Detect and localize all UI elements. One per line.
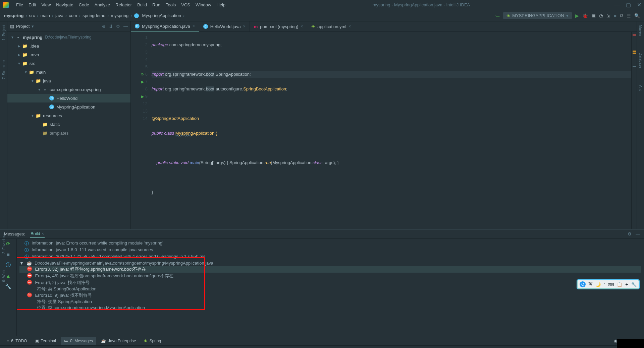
menu-view[interactable]: View (39, 1, 53, 9)
menu-help[interactable]: Help (214, 1, 228, 9)
menu-window[interactable]: Window (193, 1, 214, 9)
tree-helloworld[interactable]: C HelloWorld (7, 94, 130, 102)
git-icon[interactable]: ⧉ (620, 13, 623, 18)
ime-settings-icon[interactable]: 🔧 (631, 282, 637, 287)
bc-src[interactable]: src (29, 13, 35, 18)
search-icon[interactable]: 🔍 (634, 13, 640, 18)
bottom-messages[interactable]: ≔ 0: Messages (61, 337, 96, 345)
tool-icon[interactable]: 🔧 (5, 283, 11, 289)
run-config-label: MYSPRINGAPPLICATION (512, 13, 564, 18)
tab-close-icon[interactable]: × (301, 24, 303, 29)
bottom-java-enterprise[interactable]: ☕ Java Enterprise (98, 337, 139, 345)
tree-root[interactable]: ▼▪ myspring D:\code\javaFile\myspring (7, 33, 130, 42)
rail-project[interactable]: 1: Project (2, 25, 6, 40)
debug-icon[interactable]: 🐞 (582, 13, 588, 18)
tree-mvn[interactable]: ▶📁 .mvn (7, 50, 130, 59)
run-gutter-icon[interactable]: ▶ (141, 78, 144, 85)
menu-file[interactable]: File (13, 1, 26, 9)
menu-refactor[interactable]: Refactor (113, 1, 135, 9)
menu-build[interactable]: Build (135, 1, 150, 9)
bc-java[interactable]: java (55, 13, 63, 18)
tab-close-icon[interactable]: × (348, 24, 351, 29)
rail-database[interactable]: Database (639, 53, 643, 68)
coverage-icon[interactable]: ▣ (591, 13, 596, 18)
window-title: myspring - MyspringApplication.java - In… (228, 2, 614, 7)
tree-package[interactable]: ▼▫ com.springdemo.myspring (7, 85, 130, 94)
bc-myspring[interactable]: myspring (4, 13, 24, 18)
bc-main[interactable]: main (41, 13, 50, 18)
left-tool-rail: 1: Project 7: Structure (0, 21, 7, 229)
rail-structure[interactable]: 7: Structure (2, 60, 6, 79)
bc-springdemo[interactable]: springdemo (83, 13, 105, 18)
project-view-select[interactable]: ▤ Project ▾ (10, 24, 34, 29)
ime-clipboard-icon[interactable]: 📋 (617, 282, 622, 287)
bottom-spring[interactable]: ❀ Spring (141, 337, 164, 345)
project-icon: ▤ (10, 24, 14, 29)
ime-toolbar[interactable]: Q 英 🌙 " ⌨ 📋 ✦ 🔧 (577, 280, 639, 289)
tree-src[interactable]: ▼📁 src (7, 59, 130, 68)
menu-code[interactable]: Code (76, 1, 92, 9)
bc-pkg[interactable]: myspring (111, 13, 128, 18)
menu-vcs[interactable]: VCS (178, 1, 193, 9)
bc-class[interactable]: MyspringApplication (142, 13, 181, 18)
ime-skin-icon[interactable]: ✦ (625, 282, 629, 287)
profile-icon[interactable]: ◔ (599, 13, 603, 18)
menu-edit[interactable]: Edit (26, 1, 39, 9)
ime-moon-icon[interactable]: 🌙 (595, 282, 601, 287)
rail-web[interactable]: 9: Web (2, 270, 6, 282)
tab-close-icon[interactable]: × (243, 24, 246, 29)
tab-helloworld[interactable]: C HelloWorld.java × (199, 21, 250, 31)
run-gutter-icon[interactable]: ▶ (141, 93, 144, 100)
tab-myspring-app[interactable]: C MyspringApplication.java × (131, 21, 199, 31)
bottom-terminal[interactable]: ▣ Terminal (32, 337, 59, 345)
editor-error-stripe[interactable] (631, 32, 637, 229)
rail-maven[interactable]: Maven (639, 25, 643, 36)
code-editor[interactable]: 1 2 3 4 5 ⟳6 ▶7 8 ▶9 12 13 14 package co… (131, 32, 637, 229)
tab-pom[interactable]: m pom.xml (myspring) × (250, 21, 308, 31)
chevron-down-icon: ▾ (566, 13, 569, 18)
maximize-icon[interactable]: ▢ (626, 2, 631, 8)
stop-icon[interactable]: ■ (614, 13, 616, 18)
attach-icon[interactable]: ⇲ (606, 13, 610, 18)
tree-idea[interactable]: ▶📁 .idea (7, 42, 130, 50)
yaml-icon: ❀ (311, 24, 315, 29)
rail-ant[interactable]: Ant (639, 85, 643, 91)
code-content[interactable]: package com.springdemo.myspring; import … (150, 32, 631, 229)
bottom-tool-tabs: ≡ 6: TODO ▣ Terminal ≔ 0: Messages ☕ Jav… (0, 336, 644, 345)
line-gutter: 1 2 3 4 5 ⟳6 ▶7 8 ▶9 12 13 14 (131, 32, 150, 229)
menu-navigate[interactable]: Navigate (53, 1, 76, 9)
ime-language[interactable]: 英 (588, 281, 593, 287)
build-icon[interactable]: ⮑ (495, 13, 500, 18)
bottom-todo[interactable]: ≡ 6: TODO (3, 337, 31, 345)
minimize-panel-icon[interactable]: — (636, 231, 640, 236)
menu-tools[interactable]: Tools (163, 1, 178, 9)
bc-com[interactable]: com (69, 13, 77, 18)
tree-templates[interactable]: 📁 templates (7, 129, 130, 137)
tree-static[interactable]: 📁 static (7, 120, 130, 129)
messages-tab-build[interactable]: Build × (30, 230, 45, 238)
structure-icon[interactable]: ☰ (627, 13, 631, 18)
tree-main[interactable]: ▼📁 main (7, 68, 130, 76)
run-config-select[interactable]: ❀ MYSPRINGAPPLICATION ▾ (503, 12, 572, 19)
menu-analyze[interactable]: Analyze (92, 1, 113, 9)
gear-icon[interactable]: ⚙ (116, 24, 120, 29)
target-icon[interactable]: ⊕ (102, 24, 106, 29)
tree-java[interactable]: ▼📁 java (7, 76, 130, 85)
close-icon[interactable]: ✕ (637, 2, 641, 8)
gear-icon[interactable]: ⚙ (628, 231, 632, 236)
minimize-panel-icon[interactable]: — (123, 24, 128, 29)
tree-resources[interactable]: ▼📁 resources (7, 111, 130, 120)
tree-appclass[interactable]: C MyspringApplication (7, 102, 130, 111)
minimize-icon[interactable]: — (614, 2, 620, 8)
tab-close-icon[interactable]: × (193, 24, 195, 28)
collapse-icon[interactable]: ⇊ (109, 24, 113, 29)
ime-keyboard-icon[interactable]: ⌨ (608, 282, 614, 287)
rail-favorites[interactable]: 2: Favorites (2, 234, 6, 254)
tab-appyml[interactable]: ❀ application.yml × (307, 21, 355, 31)
messages-content[interactable]: ⓘInformation: java: Errors occurred whil… (17, 239, 644, 336)
run-gutter-icon[interactable]: ⟳ (141, 71, 144, 78)
run-icon[interactable]: ▶ (575, 13, 579, 18)
ime-punct-icon[interactable]: " (603, 282, 605, 287)
statusbar: ▭ Build completed with 4 errors and 0 wa… (0, 345, 644, 348)
menu-run[interactable]: Run (150, 1, 163, 9)
